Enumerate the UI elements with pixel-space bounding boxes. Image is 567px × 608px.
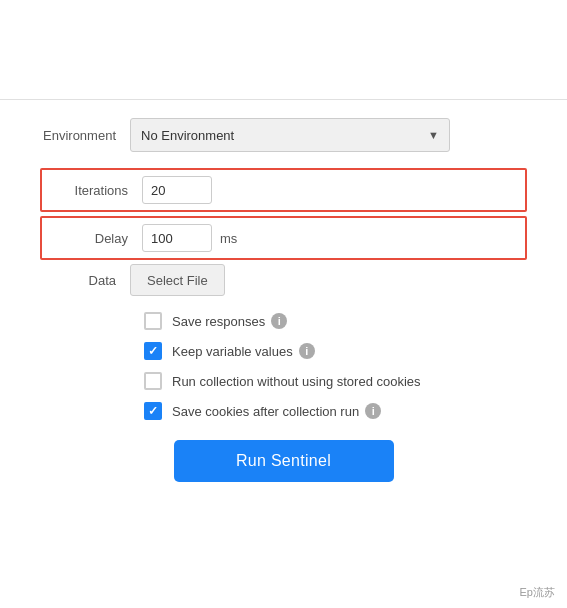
watermark: Ep流苏 xyxy=(520,585,555,600)
keep-variable-values-row: Keep variable values i xyxy=(144,342,527,360)
select-file-button[interactable]: Select File xyxy=(130,264,225,296)
run-button-row: Run Sentinel xyxy=(40,440,527,482)
save-cookies-row: Save cookies after collection run i xyxy=(144,402,527,420)
run-without-cookies-checkbox[interactable] xyxy=(144,372,162,390)
data-row: Data Select File xyxy=(40,264,527,296)
save-responses-checkbox[interactable] xyxy=(144,312,162,330)
environment-dropdown[interactable]: No Environment ▼ xyxy=(130,118,450,152)
save-cookies-label: Save cookies after collection run xyxy=(172,404,359,419)
save-responses-label: Save responses xyxy=(172,314,265,329)
run-sentinel-button[interactable]: Run Sentinel xyxy=(174,440,394,482)
top-area xyxy=(0,0,567,100)
run-without-cookies-row: Run collection without using stored cook… xyxy=(144,372,527,390)
iterations-input[interactable] xyxy=(142,176,212,204)
delay-row: Delay ms xyxy=(40,216,527,260)
save-cookies-info-icon[interactable]: i xyxy=(365,403,381,419)
run-without-cookies-label: Run collection without using stored cook… xyxy=(172,374,421,389)
form-container: Environment No Environment ▼ Iterations … xyxy=(0,100,567,510)
environment-value: No Environment xyxy=(141,128,234,143)
chevron-down-icon: ▼ xyxy=(428,129,439,141)
environment-label: Environment xyxy=(40,128,130,143)
save-cookies-checkbox[interactable] xyxy=(144,402,162,420)
delay-unit: ms xyxy=(220,231,237,246)
data-label: Data xyxy=(40,273,130,288)
delay-label: Delay xyxy=(52,231,142,246)
keep-variable-values-info-icon[interactable]: i xyxy=(299,343,315,359)
keep-variable-values-label: Keep variable values xyxy=(172,344,293,359)
keep-variable-values-checkbox[interactable] xyxy=(144,342,162,360)
save-responses-info-icon[interactable]: i xyxy=(271,313,287,329)
iterations-label: Iterations xyxy=(52,183,142,198)
save-responses-row: Save responses i xyxy=(144,312,527,330)
environment-row: Environment No Environment ▼ xyxy=(40,118,527,152)
delay-input[interactable] xyxy=(142,224,212,252)
iterations-row: Iterations xyxy=(40,168,527,212)
